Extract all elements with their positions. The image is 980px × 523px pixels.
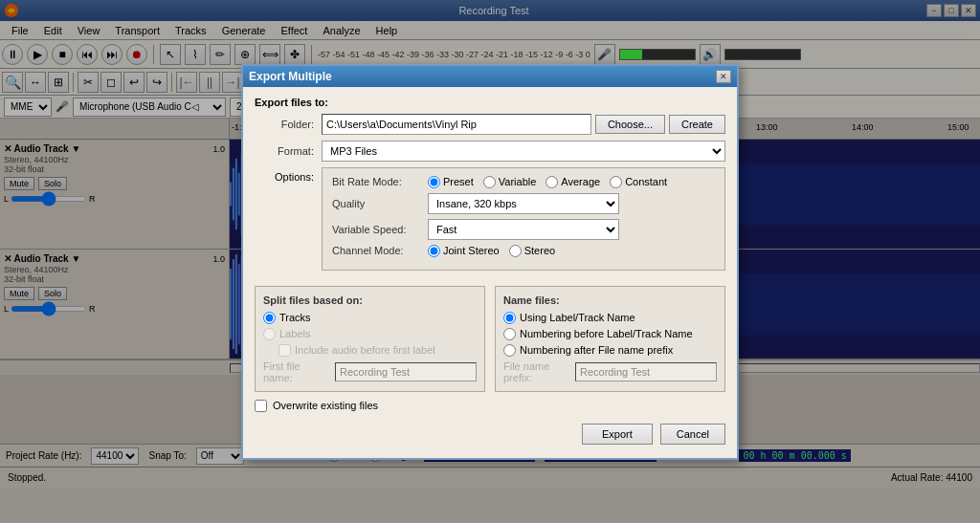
choose-button[interactable]: Choose...	[595, 115, 665, 134]
modal-body: Export files to: Folder: Choose... Creat…	[243, 87, 737, 458]
export-files-to-label: Export files to:	[255, 97, 725, 108]
stereo-radio[interactable]	[509, 245, 522, 257]
format-row: Format: MP3 Files	[255, 141, 725, 162]
file-name-prefix-label: File name prefix:	[503, 360, 571, 383]
channel-mode-label: Channel Mode:	[332, 245, 428, 256]
overwrite-checkbox[interactable]	[255, 400, 267, 412]
modal-footer: Export Cancel	[255, 420, 725, 448]
options-row-outer: Options: Bit Rate Mode: Preset Variable …	[255, 167, 725, 278]
split-name-area: Split files based on: Tracks Labels Incl…	[255, 286, 725, 392]
constant-radio[interactable]	[610, 176, 622, 188]
numbering-after-label[interactable]: Numbering after File name prefix	[503, 344, 717, 357]
stereo-label[interactable]: Stereo	[509, 245, 555, 257]
channel-mode-row: Channel Mode: Joint Stereo Stereo	[332, 245, 715, 257]
variable-speed-row: Variable Speed: Fast Standard Turbo	[332, 219, 715, 240]
include-audio-checkbox[interactable]	[278, 344, 291, 357]
numbering-before-radio[interactable]	[503, 328, 516, 340]
preset-radio[interactable]	[428, 176, 440, 188]
overwrite-row: Overwrite existing files	[255, 400, 725, 412]
include-audio-label: Include audio before first label	[278, 344, 477, 357]
bit-rate-label: Bit Rate Mode:	[332, 176, 428, 187]
quality-label: Quality	[332, 198, 428, 209]
first-file-input	[335, 362, 477, 381]
variable-speed-select[interactable]: Fast Standard Turbo	[428, 219, 619, 240]
format-label: Format:	[255, 145, 322, 157]
labels-radio-label[interactable]: Labels	[263, 328, 477, 340]
modal-title-bar: Export Multiple ✕	[243, 66, 737, 87]
tracks-radio[interactable]	[263, 312, 276, 324]
first-file-label: First file name:	[263, 360, 331, 383]
create-button[interactable]: Create	[669, 115, 725, 134]
export-multiple-dialog: Export Multiple ✕ Export files to: Folde…	[241, 64, 739, 460]
tracks-radio-label[interactable]: Tracks	[263, 312, 477, 324]
modal-close-button[interactable]: ✕	[716, 70, 731, 83]
variable-radio[interactable]	[483, 176, 496, 188]
quality-select[interactable]: Insane, 320 kbps Extreme, 220-260 kbps H…	[428, 193, 619, 214]
export-button[interactable]: Export	[582, 424, 653, 445]
options-box: Bit Rate Mode: Preset Variable Average C…	[322, 167, 725, 271]
folder-label: Folder:	[255, 119, 322, 130]
options-label: Options:	[255, 167, 322, 278]
constant-radio-label[interactable]: Constant	[610, 176, 667, 188]
labels-radio[interactable]	[263, 328, 276, 340]
modal-overlay: Export Multiple ✕ Export files to: Folde…	[0, 0, 980, 523]
variable-speed-label: Variable Speed:	[332, 224, 428, 235]
using-label-track-name-label[interactable]: Using Label/Track Name	[503, 312, 717, 324]
channel-mode-radio-group: Joint Stereo Stereo	[428, 245, 555, 257]
bit-rate-row: Bit Rate Mode: Preset Variable Average C…	[332, 176, 715, 188]
name-files-box: Name files: Using Label/Track Name Numbe…	[495, 286, 725, 392]
joint-stereo-label[interactable]: Joint Stereo	[428, 245, 500, 257]
joint-stereo-radio[interactable]	[428, 245, 440, 257]
bit-rate-radio-group: Preset Variable Average Constant	[428, 176, 667, 188]
numbering-before-label[interactable]: Numbering before Label/Track Name	[503, 328, 717, 340]
quality-row: Quality Insane, 320 kbps Extreme, 220-26…	[332, 193, 715, 214]
name-files-title: Name files:	[503, 294, 717, 306]
split-title: Split files based on:	[263, 294, 477, 306]
overwrite-label: Overwrite existing files	[273, 400, 378, 411]
average-radio[interactable]	[546, 176, 558, 188]
numbering-after-radio[interactable]	[503, 344, 516, 357]
first-file-row: First file name:	[263, 360, 477, 383]
preset-radio-label[interactable]: Preset	[428, 176, 474, 188]
average-radio-label[interactable]: Average	[546, 176, 600, 188]
file-name-prefix-input	[575, 362, 717, 381]
folder-row: Folder: Choose... Create	[255, 114, 725, 135]
cancel-button[interactable]: Cancel	[660, 424, 725, 445]
file-name-prefix-row: File name prefix:	[503, 360, 717, 383]
split-box: Split files based on: Tracks Labels Incl…	[255, 286, 485, 392]
using-label-track-name-radio[interactable]	[503, 312, 516, 324]
folder-input[interactable]	[322, 114, 591, 135]
format-select[interactable]: MP3 Files	[322, 141, 725, 162]
modal-title: Export Multiple	[249, 70, 332, 83]
variable-radio-label[interactable]: Variable	[483, 176, 537, 188]
